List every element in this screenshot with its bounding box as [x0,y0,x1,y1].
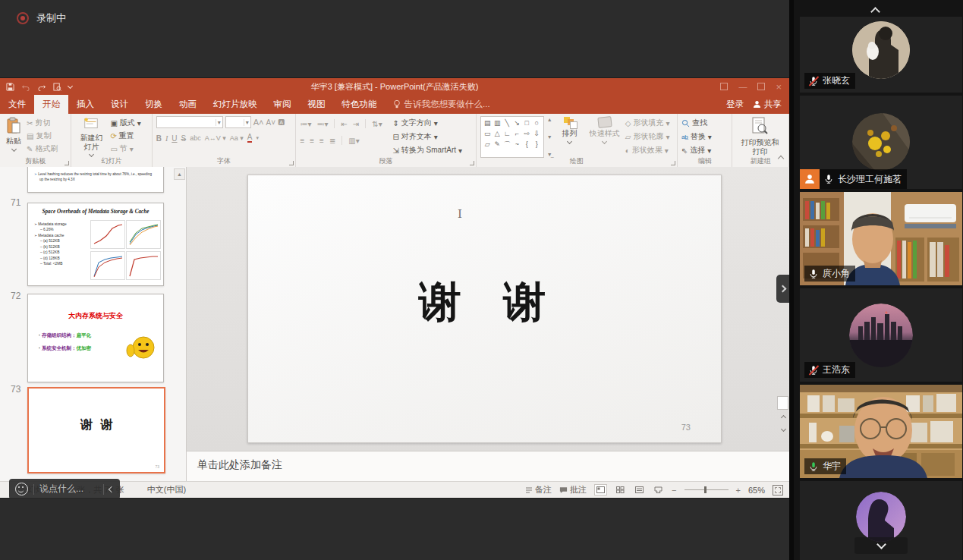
format-painter-button[interactable]: ✎格式刷 [27,143,58,154]
tab-special-features[interactable]: 特色功能 [334,95,386,114]
copy-button[interactable]: ▤复制 [27,131,58,141]
login-button[interactable]: 登录 [726,99,744,110]
tab-design[interactable]: 设计 [102,95,137,114]
comments-toggle-button[interactable]: 批注 [559,484,587,496]
numbering-button[interactable]: ≕▾ [316,120,328,128]
redo-icon[interactable] [37,83,46,91]
scrollbar-thumb[interactable] [777,396,788,410]
align-right-button[interactable]: ≡ [319,137,324,145]
zoom-slider[interactable] [684,489,729,490]
notes-toggle-button[interactable]: 备注 [525,484,552,496]
fit-to-window-button[interactable] [773,485,783,496]
section-button[interactable]: ▭节 ▾ [110,143,140,154]
minimize-button[interactable]: — [738,82,747,91]
notes-pane[interactable]: 单击此处添加备注 [187,451,789,482]
zoom-level[interactable]: 65% [748,486,765,495]
font-dialog-launcher[interactable] [289,161,294,165]
slide-sorter-view-button[interactable] [615,485,626,495]
line-spacing-button[interactable]: ⇅▾ [372,120,382,128]
font-color-button[interactable]: A [247,134,253,143]
thumbnail-slide-71[interactable]: Space Overheads of Metadata Storage & Ca… [27,203,164,286]
shadow-button[interactable]: abc [190,134,201,142]
tab-transitions[interactable]: 切换 [137,95,171,114]
thumbnail-slide-73[interactable]: 谢 谢 73 [27,387,165,473]
strikethrough-button[interactable]: S [181,134,187,143]
chat-quick-bar[interactable]: 说点什么... [9,479,120,499]
find-button[interactable]: 查找 [681,118,712,128]
reset-button[interactable]: ⟳重置 [110,131,140,141]
close-button[interactable]: × [776,81,782,93]
scroll-up-icon[interactable] [872,5,879,18]
reading-view-button[interactable] [634,485,645,495]
justify-button[interactable]: ≣ [329,137,335,145]
quick-styles-button[interactable]: 快速样式 [587,116,622,158]
language-indicator[interactable]: 中文(中国) [147,484,186,496]
tab-view[interactable]: 视图 [300,95,334,114]
thumbnail-slide-72[interactable]: 大内存系统与安全 · 存储组织结构：扁平化 · 系统安全机制：优加密 [27,294,164,382]
shapes-scroll[interactable]: ▲▼▼̲ [547,116,552,158]
layout-button[interactable]: ▣版式 ▾ [110,118,140,128]
shapes-gallery[interactable]: ▤▥╲↘□○ ▭△∟⌐⇨⇩ ▱✎⌒~{} [480,116,544,158]
bullets-button[interactable]: ≔▾ [300,120,311,128]
participant-tile[interactable]: 长沙理工何施茗 [800,96,962,189]
participant-tile[interactable]: 张晓玄 [800,17,962,93]
align-left-button[interactable]: ≡ [300,137,304,145]
increase-font-icon[interactable]: A˄ [253,118,264,127]
next-slide-button[interactable] [779,425,788,435]
bold-button[interactable]: B [156,134,162,143]
chat-input[interactable]: 说点什么... [39,483,98,496]
arrange-button[interactable]: 排列 [555,116,584,158]
shape-outline-button[interactable]: ▱形状轮廓 ▾ [625,131,670,142]
char-spacing-button[interactable]: A↔V ▾ [205,134,226,142]
shape-fill-button[interactable]: ◇形状填充 ▾ [625,118,670,128]
align-text-button[interactable]: ⊟对齐文本 ▾ [392,131,462,142]
smartart-button[interactable]: ⇲转换为 SmartArt ▾ [392,145,462,156]
canvas-scrollbar[interactable] [777,168,788,449]
slide-canvas[interactable]: I 谢 谢 73 [247,175,722,443]
scroll-down-button[interactable] [854,537,908,554]
ribbon-options-icon[interactable] [720,83,728,90]
previous-slide-button[interactable] [779,413,788,423]
tab-slideshow[interactable]: 幻灯片放映 [205,95,266,114]
thumbnail-slide-70[interactable]: ➢ Level hashing reduces the resizing tot… [27,167,164,193]
participant-tile[interactable]: 王浩东 [800,288,962,382]
sidebar-collapse-handle[interactable] [776,275,789,303]
drawing-dialog-launcher[interactable] [671,161,675,165]
collapse-chat-icon[interactable] [109,486,115,492]
shape-effects-button[interactable]: ◐形状效果 ▾ [625,145,670,156]
zoom-in-button[interactable]: + [736,486,741,495]
participant-tile[interactable] [800,481,962,560]
tab-animations[interactable]: 动画 [171,95,205,114]
select-button[interactable]: ⇖选择 ▾ [681,145,712,156]
emoji-icon[interactable] [15,483,28,496]
underline-button[interactable]: U [172,134,177,143]
clear-formatting-icon[interactable]: 🅰 [278,118,285,127]
font-size-combo[interactable]: ▾ [225,116,251,128]
decrease-font-icon[interactable]: A˅ [266,118,275,127]
replace-button[interactable]: ab̲替换 ▾ [681,131,712,142]
save-icon[interactable] [6,83,14,91]
participant-tile-active-speaker[interactable]: 华宇 [800,385,962,478]
undo-icon[interactable] [21,83,30,91]
decrease-indent-button[interactable]: ⇤ [341,120,347,128]
thumbnail-scrollbar[interactable]: ▲ [174,168,184,480]
print-preview-button[interactable]: 打印预览和打印 [736,116,783,158]
slide-edit-area[interactable]: I 谢 谢 73 [187,167,789,451]
align-center-button[interactable]: ≡ [310,137,314,145]
columns-button[interactable]: ▥▾ [348,137,359,145]
text-direction-button[interactable]: ⇕文字方向 ▾ [392,118,462,128]
zoom-slider-thumb[interactable] [704,486,707,493]
normal-view-button[interactable] [594,484,607,496]
tab-home[interactable]: 开始 [34,95,68,114]
tab-insert[interactable]: 插入 [68,95,102,114]
change-case-button[interactable]: Aa ▾ [230,134,244,142]
slide-title-text[interactable]: 谢 谢 [248,274,721,332]
slideshow-view-button[interactable] [653,485,664,495]
clipboard-dialog-launcher[interactable] [65,161,69,165]
print-preview-icon[interactable] [53,83,61,91]
participant-tile[interactable]: 庹小角 [800,192,962,285]
qat-dropdown-icon[interactable] [68,83,73,88]
maximize-button[interactable] [757,83,765,90]
paste-button[interactable]: 粘贴 [4,116,24,158]
thumbnail-scroll-up-icon[interactable]: ▲ [174,168,185,180]
